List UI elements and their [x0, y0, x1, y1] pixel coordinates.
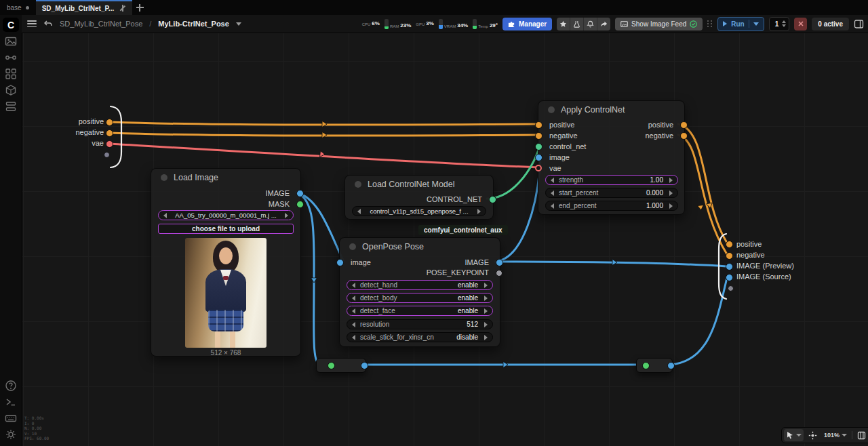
node-load-controlnet[interactable]: Load ControlNet Model CONTROL_NET contro…: [344, 175, 494, 220]
widget-prev-icon[interactable]: [551, 203, 554, 209]
node-collapse-dot[interactable]: [355, 181, 361, 188]
beta-flask-icon[interactable]: [570, 18, 583, 31]
widget-next-icon[interactable]: [484, 283, 488, 288]
zoom-level-dropdown[interactable]: 101%: [822, 429, 849, 441]
output-dot-unused[interactable]: [728, 285, 734, 291]
widget-detect-hand[interactable]: detect_hand enable: [347, 280, 493, 290]
widget-next-icon[interactable]: [484, 308, 488, 314]
widget-resolution[interactable]: resolution 512: [347, 319, 493, 329]
output-dot-image-preview[interactable]: [726, 263, 733, 270]
widget-scale-stick[interactable]: scale_stick_for_xinsr_cn disable: [347, 332, 493, 342]
choose-file-button[interactable]: choose file to upload: [158, 224, 294, 234]
breadcrumb-caret-icon[interactable]: [236, 22, 241, 26]
output-slot-dot-image[interactable]: [496, 259, 503, 266]
widget-detect-face[interactable]: detect_face enable: [347, 306, 493, 316]
widget-detect-body[interactable]: detect_body enable: [347, 293, 493, 303]
collapsed-node-right[interactable]: [636, 358, 673, 373]
fit-view-button[interactable]: [806, 429, 819, 441]
breadcrumb-root[interactable]: SD_MyLib_CtrlNet_Pose: [60, 20, 142, 28]
output-dot-negative[interactable]: [726, 252, 733, 260]
node-title-bar[interactable]: Apply ControlNet: [548, 105, 625, 115]
output-slot-dot-mask[interactable]: [296, 201, 304, 208]
widget-prev-icon[interactable]: [352, 283, 355, 288]
run-button[interactable]: Run: [717, 17, 764, 31]
share-arrow-icon[interactable]: [597, 18, 610, 31]
collapsed-node-left[interactable]: [316, 358, 366, 373]
select-tool-button[interactable]: [784, 429, 804, 441]
keyboard-icon[interactable]: [5, 412, 17, 424]
widget-prev-icon[interactable]: [551, 190, 554, 196]
widget-prev-icon[interactable]: [352, 308, 355, 314]
output-slot-dot-control-net[interactable]: [489, 196, 496, 203]
input-slot-dot-control-net[interactable]: [535, 143, 542, 150]
pill-input-dot[interactable]: [328, 362, 335, 369]
widget-next-icon[interactable]: [484, 322, 488, 327]
image-filename-combo[interactable]: AA_05_try_00000_m_00001_m.j ...: [158, 210, 294, 220]
widget-next-icon[interactable]: [669, 190, 673, 196]
notifications-bell-icon[interactable]: [583, 18, 597, 31]
widget-next-icon[interactable]: [484, 335, 488, 340]
terminal-icon[interactable]: [5, 396, 17, 408]
new-tab-button[interactable]: [132, 0, 147, 15]
widget-next-icon[interactable]: [669, 203, 673, 209]
node-collapse-dot[interactable]: [349, 243, 356, 250]
node-title-bar[interactable]: Load Image: [161, 173, 218, 182]
toolbar-drag-handle[interactable]: [707, 20, 713, 27]
output-dot-positive[interactable]: [726, 241, 733, 248]
node-title-bar[interactable]: OpenPose Pose: [349, 242, 424, 251]
pill-input-dot[interactable]: [642, 362, 650, 369]
input-dot-unused[interactable]: [104, 152, 110, 158]
batch-count-input[interactable]: 1: [769, 17, 790, 31]
menu-hamburger-icon[interactable]: [27, 20, 37, 27]
output-slot-dot-pose-keypoint[interactable]: [496, 270, 502, 277]
input-dot-vae[interactable]: [106, 140, 113, 148]
queue-gallery-icon[interactable]: [5, 35, 17, 47]
feed-toggle-icon[interactable]: [690, 20, 697, 28]
settings-gear-icon[interactable]: [5, 428, 17, 441]
input-slot-dot-image[interactable]: [336, 259, 344, 266]
active-jobs-badge[interactable]: 0 active: [812, 18, 849, 31]
pill-output-dot[interactable]: [361, 362, 368, 369]
show-image-feed-button[interactable]: Show Image Feed: [615, 18, 703, 31]
combo-next-icon[interactable]: [477, 209, 481, 214]
close-tab-icon[interactable]: [119, 5, 126, 12]
input-slot-dot-positive[interactable]: [535, 121, 542, 129]
breadcrumb-current[interactable]: MyLib-CtrlNet_Pose: [158, 20, 229, 28]
image-preview[interactable]: [185, 238, 267, 348]
pill-output-dot[interactable]: [667, 362, 675, 369]
node-library-icon[interactable]: [5, 68, 17, 80]
comfyui-logo[interactable]: C: [3, 18, 19, 32]
widget-prev-icon[interactable]: [352, 322, 355, 327]
node-title-bar[interactable]: Load ControlNet Model: [355, 180, 455, 189]
output-slot-dot-image[interactable]: [296, 190, 304, 197]
node-openpose-pose[interactable]: OpenPose Pose image IMAGE POSE_KEYPOINT …: [339, 237, 500, 347]
combo-next-icon[interactable]: [285, 213, 288, 218]
toggle-panel-icon[interactable]: [854, 19, 864, 29]
clear-queue-button[interactable]: [794, 18, 807, 31]
node-collapse-dot[interactable]: [161, 174, 167, 181]
widget-next-icon[interactable]: [484, 296, 488, 301]
input-slot-dot-vae[interactable]: [535, 165, 542, 171]
model-library-icon[interactable]: [5, 84, 17, 96]
widget-end-percent[interactable]: end_percent 1.000: [545, 201, 678, 211]
help-icon[interactable]: [5, 380, 17, 392]
input-dot-positive[interactable]: [106, 119, 113, 126]
workflows-icon[interactable]: [5, 100, 17, 113]
tab-workflow-active[interactable]: SD_MyLib_CtrlNet_P...: [36, 0, 133, 15]
manager-button[interactable]: Manager: [502, 18, 552, 31]
widget-next-icon[interactable]: [669, 178, 673, 183]
input-slot-dot-negative[interactable]: [535, 132, 542, 140]
output-slot-dot-negative[interactable]: [680, 132, 688, 140]
batch-count-stepper[interactable]: [782, 20, 786, 27]
undo-icon[interactable]: [43, 19, 53, 28]
layout-columns-button[interactable]: [855, 429, 868, 441]
controlnet-model-combo[interactable]: control_v11p_sd15_openpose_f ...: [352, 206, 486, 216]
widget-start-percent[interactable]: start_percent 0.000: [545, 188, 678, 198]
node-collapse-dot[interactable]: [548, 106, 555, 113]
favorites-star-icon[interactable]: [557, 18, 570, 31]
node-apply-controlnet[interactable]: Apply ControlNet positive negative contr…: [538, 100, 685, 215]
input-dot-negative[interactable]: [106, 129, 113, 137]
run-options-caret-icon[interactable]: [753, 22, 759, 26]
output-dot-image-source[interactable]: [726, 274, 733, 281]
tool-caret-icon[interactable]: [796, 434, 802, 437]
